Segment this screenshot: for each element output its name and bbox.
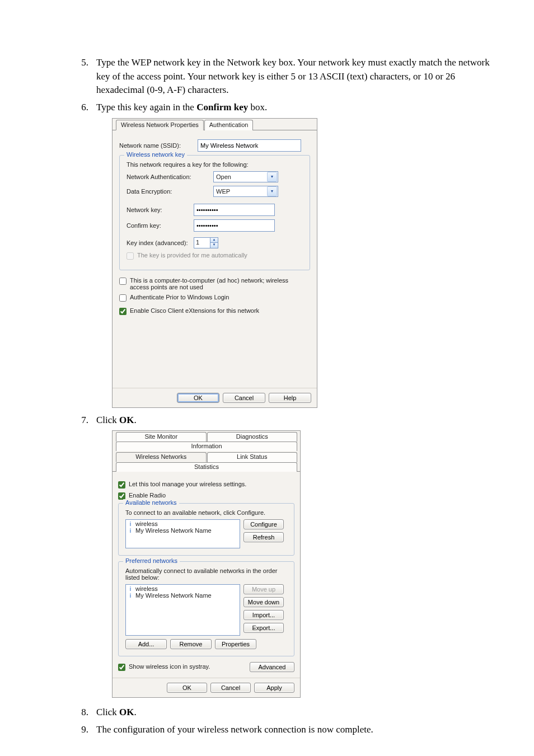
ok-button[interactable]: OK [167, 683, 207, 693]
group-desc: To connect to an available network, clic… [125, 509, 288, 516]
list-item[interactable]: i My Wireless Network Name [126, 592, 240, 599]
tab-authentication[interactable]: Authentication [204, 120, 254, 130]
ssid-label: Network name (SSID): [119, 142, 198, 149]
list-item[interactable]: i wireless [126, 585, 240, 592]
spinner-down-icon[interactable]: ▼ [210, 242, 218, 248]
group-legend: Available networks [123, 499, 179, 506]
step-text: Click OK. [96, 706, 495, 720]
confirm-key-input[interactable] [194, 219, 275, 232]
signal-icon: i [128, 520, 133, 527]
network-key-input[interactable] [194, 204, 275, 216]
key-index-label: Key index (advanced): [127, 240, 194, 246]
group-available-networks: Available networks To connect to an avai… [118, 503, 294, 556]
cisco-ext-checkbox[interactable]: Enable Cisco Client eXtensions for this … [119, 307, 310, 315]
spinner-up-icon[interactable]: ▲ [210, 238, 218, 243]
list-item[interactable]: i wireless [126, 520, 240, 527]
step-number: 6. [78, 101, 88, 115]
tab-site-monitor[interactable]: Site Monitor [116, 432, 207, 442]
available-networks-list[interactable]: i wireless i My Wireless Network Name [125, 519, 240, 548]
encryption-label: Data Encryption: [127, 188, 213, 195]
export-button[interactable]: Export... [243, 623, 284, 633]
step-7: 7. Click OK. [78, 414, 495, 428]
auth-prior-checkbox[interactable]: Authenticate Prior to Windows Login [119, 294, 310, 302]
step-number: 8. [78, 706, 88, 720]
configure-button[interactable]: Configure [243, 519, 284, 529]
step-9: 9. The configuration of your wireless ne… [78, 723, 495, 737]
tab-row-bottom: Wireless Networks Link Status Statistics [113, 451, 300, 472]
step-text: The configuration of your wireless netwo… [96, 723, 495, 737]
list-item[interactable]: i My Wireless Network Name [126, 527, 240, 534]
tab-wireless-networks[interactable]: Wireless Networks [116, 452, 207, 462]
remove-button[interactable]: Remove [170, 639, 212, 649]
move-down-button[interactable]: Move down [243, 597, 284, 607]
signal-icon: i [128, 585, 133, 592]
step-6: 6. Type this key again in the Confirm ke… [78, 101, 495, 115]
step-text: Click OK. [96, 414, 495, 428]
group-desc: Automatically connect to available netwo… [125, 567, 288, 581]
chevron-down-icon: ▾ [267, 172, 277, 182]
button-bar: OK Cancel Help [113, 388, 317, 407]
encryption-select[interactable]: WEP ▾ [213, 186, 278, 197]
tab-row: Wireless Network Properties Authenticati… [113, 119, 317, 130]
add-button[interactable]: Add... [125, 639, 167, 649]
step-number: 9. [78, 723, 88, 737]
step-number: 7. [78, 414, 88, 428]
step-text: Type this key again in the Confirm key b… [96, 101, 495, 115]
refresh-button[interactable]: Refresh [243, 532, 284, 542]
group-legend: Wireless network key [124, 151, 187, 158]
group-wireless-key: Wireless network key This network requir… [119, 155, 310, 270]
tab-link-status[interactable]: Link Status [207, 452, 298, 462]
tab-statistics[interactable]: Statistics [116, 462, 297, 472]
group-legend: Preferred networks [123, 557, 180, 564]
apply-button[interactable]: Apply [254, 683, 294, 693]
network-key-label: Network key: [127, 206, 194, 213]
button-bar: OK Cancel Apply [113, 678, 300, 697]
tab-wireless-network-properties[interactable]: Wireless Network Properties [116, 120, 204, 130]
key-index-spinner[interactable]: 1 ▲ ▼ [194, 237, 218, 248]
group-desc: This network requires a key for the foll… [127, 161, 304, 168]
dialog-wireless-properties: Wireless Network Properties Authenticati… [112, 118, 317, 408]
adhoc-checkbox[interactable]: This is a computer-to-computer (ad hoc) … [119, 277, 310, 290]
auto-key-checkbox: The key is provided for me automatically [127, 252, 304, 260]
preferred-networks-list[interactable]: i wireless i My Wireless Network Name [125, 584, 240, 636]
dialog-wireless-networks: Site Monitor Diagnostics Information Wir… [112, 430, 301, 698]
chevron-down-icon: ▾ [267, 186, 277, 196]
ssid-input[interactable] [198, 139, 301, 152]
auth-select[interactable]: Open ▾ [213, 171, 278, 182]
enable-radio-checkbox[interactable]: Enable Radio [118, 492, 294, 500]
step-8: 8. Click OK. [78, 706, 495, 720]
cancel-button[interactable]: Cancel [210, 683, 251, 693]
properties-button[interactable]: Properties [215, 639, 256, 649]
step-text: Type the WEP network key in the Network … [96, 56, 495, 97]
signal-icon: i [128, 527, 133, 534]
cancel-button[interactable]: Cancel [223, 393, 265, 403]
group-preferred-networks: Preferred networks Automatically connect… [118, 561, 294, 656]
tab-row-top: Site Monitor Diagnostics Information [113, 431, 300, 451]
confirm-key-label: Confirm key: [127, 222, 194, 229]
step-5: 5. Type the WEP network key in the Netwo… [78, 56, 495, 97]
signal-icon: i [128, 592, 133, 599]
advanced-button[interactable]: Advanced [250, 662, 294, 672]
let-tool-manage-checkbox[interactable]: Let this tool manage your wireless setti… [118, 481, 294, 489]
help-button[interactable]: Help [269, 393, 311, 403]
tab-information[interactable]: Information [116, 442, 297, 451]
ok-button[interactable]: OK [177, 393, 219, 403]
import-button[interactable]: Import... [243, 610, 284, 620]
systray-checkbox[interactable]: Show wireless icon in systray. [118, 663, 210, 671]
auth-label: Network Authentication: [127, 173, 213, 180]
move-up-button[interactable]: Move up [243, 584, 284, 594]
step-number: 5. [78, 56, 88, 97]
tab-diagnostics[interactable]: Diagnostics [207, 432, 298, 442]
